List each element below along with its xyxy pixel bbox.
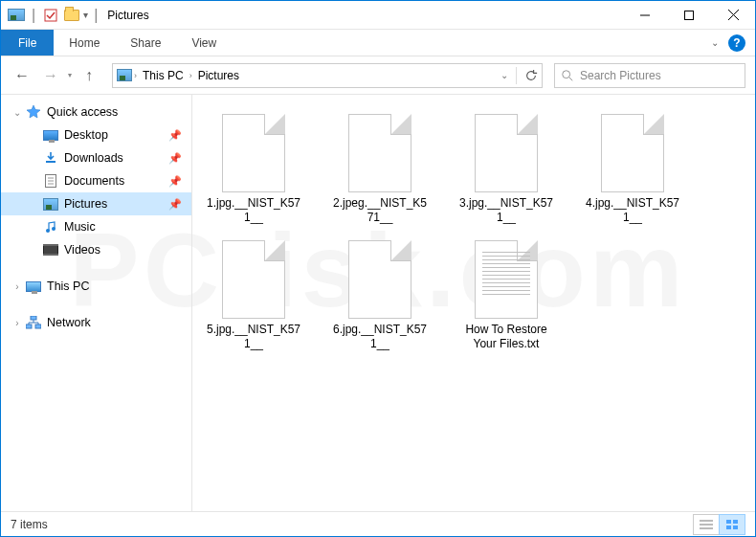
file-name: 2.jpeg.__NIST_K571__	[330, 196, 430, 225]
svg-rect-19	[35, 324, 41, 328]
address-bar[interactable]: › This PC › Pictures ⌄	[112, 63, 543, 88]
file-name: 6.jpg.__NIST_K571__	[330, 323, 430, 351]
expand-caret-icon[interactable]: ›	[12, 318, 22, 328]
window-title: Pictures	[107, 9, 148, 22]
sidebar-label: Music	[64, 220, 96, 234]
tab-label: Share	[130, 36, 161, 50]
file-tab[interactable]: File	[1, 30, 54, 56]
file-item[interactable]: How To Restore Your Files.txt	[456, 235, 556, 351]
videos-icon	[43, 242, 58, 257]
search-box[interactable]: Search Pictures	[554, 63, 745, 88]
sidebar-label: Network	[47, 316, 91, 329]
file-item[interactable]: 5.jpg.__NIST_K571__	[204, 235, 303, 351]
svg-rect-23	[726, 520, 731, 524]
quick-access-toolbar: | ▾ | Pictures	[1, 6, 149, 25]
sidebar-this-pc[interactable]: › This PC	[1, 275, 191, 298]
help-icon[interactable]: ?	[728, 34, 745, 52]
pictures-icon	[43, 196, 58, 212]
svg-rect-24	[733, 520, 738, 524]
file-grid: 1.jpg.__NIST_K571__2.jpeg.__NIST_K571__3…	[204, 108, 744, 351]
history-dropdown[interactable]: ▾	[68, 71, 72, 79]
network-icon	[26, 315, 41, 330]
qat-customize-caret[interactable]: ▾	[83, 10, 88, 20]
tab-view[interactable]: View	[176, 30, 232, 56]
file-item[interactable]: 6.jpg.__NIST_K571__	[330, 235, 430, 351]
ribbon-expand-caret[interactable]: ⌄	[711, 37, 719, 48]
expand-caret-icon[interactable]: ⌄	[12, 107, 22, 118]
details-view-button[interactable]	[693, 514, 720, 535]
svg-line-6	[569, 77, 573, 80]
svg-rect-15	[43, 244, 58, 246]
blank-file-icon	[345, 108, 415, 192]
svg-point-13	[52, 227, 56, 231]
title-separator: |	[94, 7, 98, 24]
forward-button[interactable]: →	[39, 64, 62, 87]
sidebar-item-videos[interactable]: Videos	[1, 238, 191, 261]
item-count: 7 items	[11, 518, 48, 531]
blank-file-icon	[218, 235, 289, 319]
sidebar-item-music[interactable]: Music	[1, 215, 191, 238]
tab-label: Home	[69, 36, 100, 50]
blank-file-icon	[471, 108, 542, 192]
blank-file-icon	[597, 108, 668, 192]
svg-rect-17	[31, 316, 36, 320]
pin-icon: 📌	[168, 129, 182, 142]
expand-caret-icon[interactable]: ›	[12, 281, 22, 292]
file-item[interactable]: 2.jpeg.__NIST_K571__	[330, 108, 430, 225]
ribbon: File Home Share View ⌄ ?	[1, 30, 755, 56]
file-name: 5.jpg.__NIST_K571__	[204, 323, 303, 351]
tab-label: View	[191, 36, 216, 50]
star-icon	[26, 104, 41, 120]
status-bar: 7 items	[1, 511, 755, 536]
new-folder-icon[interactable]	[62, 6, 81, 25]
up-button[interactable]: ↑	[78, 64, 100, 87]
file-item[interactable]: 3.jpg.__NIST_K571__	[456, 108, 556, 225]
sidebar-quick-access[interactable]: ⌄ Quick access	[1, 101, 191, 123]
crumb-caret[interactable]: ›	[134, 71, 137, 80]
maximize-button[interactable]	[667, 1, 711, 30]
blank-file-icon	[345, 235, 415, 319]
sidebar-network[interactable]: › Network	[1, 311, 191, 334]
file-item[interactable]: 1.jpg.__NIST_K571__	[204, 108, 303, 225]
svg-rect-14	[44, 245, 58, 256]
downloads-icon	[43, 150, 58, 166]
refresh-button[interactable]	[516, 67, 538, 84]
svg-rect-7	[46, 161, 56, 163]
back-button[interactable]: ←	[11, 64, 33, 87]
sidebar-item-desktop[interactable]: Desktop 📌	[1, 123, 191, 146]
crumb-caret[interactable]: ›	[189, 71, 192, 80]
svg-rect-26	[733, 526, 738, 529]
file-pane[interactable]: 1.jpg.__NIST_K571__2.jpeg.__NIST_K571__3…	[192, 95, 755, 511]
svg-point-12	[46, 229, 50, 233]
sidebar-item-pictures[interactable]: Pictures 📌	[1, 192, 191, 215]
titlebar: | ▾ | Pictures	[1, 1, 755, 30]
text-file-icon	[471, 235, 542, 319]
blank-file-icon	[218, 108, 289, 192]
crumb-label: Pictures	[198, 69, 239, 82]
sidebar-label: Pictures	[64, 197, 107, 211]
crumb-current[interactable]: Pictures	[194, 69, 243, 82]
sidebar-item-documents[interactable]: Documents 📌	[1, 169, 191, 192]
close-button[interactable]	[711, 1, 755, 30]
tab-share[interactable]: Share	[115, 30, 176, 56]
qat-separator: |	[32, 7, 35, 24]
sidebar-label: Videos	[64, 243, 100, 257]
properties-icon[interactable]	[41, 6, 60, 25]
file-item[interactable]: 4.jpg.__NIST_K571__	[583, 108, 682, 225]
window-controls	[623, 1, 755, 30]
address-dropdown[interactable]: ⌄	[500, 70, 508, 80]
sidebar: ⌄ Quick access Desktop 📌 Downloads 📌 Doc…	[1, 95, 192, 511]
pin-icon: 📌	[168, 175, 182, 188]
crumb-label: This PC	[143, 69, 184, 82]
sidebar-item-downloads[interactable]: Downloads 📌	[1, 146, 191, 169]
thumbnails-view-button[interactable]	[719, 514, 745, 535]
crumb-this-pc[interactable]: This PC	[139, 69, 188, 82]
svg-point-5	[563, 70, 570, 78]
explorer-window: PCrisk.com | ▾ | Pictures File Home Shar…	[0, 0, 756, 537]
file-name: 3.jpg.__NIST_K571__	[456, 196, 556, 225]
file-name: 4.jpg.__NIST_K571__	[583, 196, 682, 225]
tab-home[interactable]: Home	[54, 30, 115, 56]
minimize-button[interactable]	[623, 1, 667, 30]
desktop-icon	[43, 127, 58, 143]
file-name: How To Restore Your Files.txt	[456, 323, 556, 351]
